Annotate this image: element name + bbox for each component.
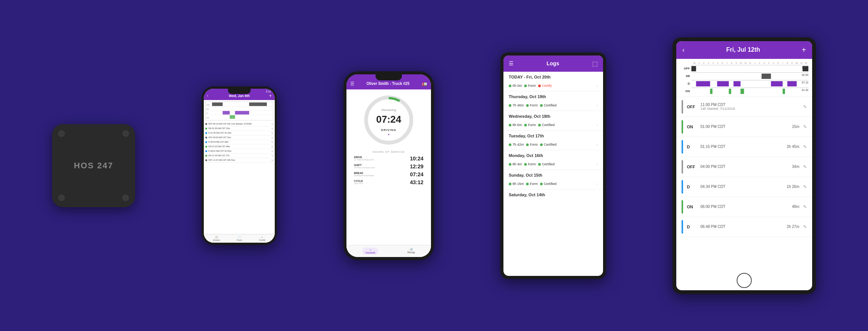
logs-wednesday-row[interactable]: 8h 6m Form Certified › [503, 120, 603, 131]
svg-rect-8 [223, 111, 230, 114]
svg-rect-11 [249, 102, 267, 106]
tablet-logs-device: ☰ Logs ⬚ TODAY - Fri, Oct 20th 0h 0m [500, 52, 606, 279]
screw-bl [58, 194, 65, 201]
svg-rect-23 [729, 89, 731, 94]
detail-log-off-2: OFF 04:00 PM CDT 34m ✎ [676, 157, 812, 177]
phone2-time: 07:24 [376, 114, 402, 125]
svg-text:SB: SB [206, 108, 209, 110]
detail-started-1: 14h Started: 7/11/2019 [700, 107, 803, 111]
logs-chevron-icon: › [597, 123, 598, 127]
log-certified-badge: Certified [540, 182, 557, 186]
phone1-events-tab[interactable]: 📋Events [213, 236, 220, 241]
phone1-dot-off [205, 123, 207, 125]
phone1-certify-tab[interactable]: ✓Certify [259, 236, 265, 241]
tablet-logs-copy-icon[interactable]: ⬚ [592, 60, 598, 67]
logs-sunday-section: Sunday, Oct 15th 8h 15m Form [503, 170, 603, 189]
logs-chevron-icon: › [597, 84, 598, 88]
screw-tl [58, 130, 65, 137]
phone1-dot-on [205, 128, 207, 129]
detail-duration-3: 2h 45m [787, 145, 799, 149]
phone2-truck-icon: 🚛 [422, 81, 427, 86]
phone2-hos-shift-value: 12:29 [410, 163, 423, 169]
detail-indicator-off [682, 100, 683, 114]
phone2-hos-drive-label: DRIVE [354, 156, 374, 159]
phone2-hos-drive-value: 10:24 [410, 155, 423, 162]
phone1-add-button[interactable]: + [269, 93, 272, 99]
phone1-dot-drive [205, 150, 207, 152]
tablet-home-button[interactable] [737, 273, 752, 288]
logs-sunday-row[interactable]: 8h 15m Form Certified › [503, 179, 603, 189]
detail-indicator-on [682, 120, 683, 134]
detail-edit-7[interactable]: ✎ [803, 224, 807, 229]
detail-indicator-off2 [682, 160, 683, 174]
tablet-detail-add-button[interactable]: + [802, 46, 806, 54]
detail-edit-5[interactable]: ✎ [803, 184, 807, 189]
phone2-menu-icon[interactable]: ☰ [350, 81, 354, 86]
logs-monday-row[interactable]: 8h 4m Form Certified › [503, 159, 603, 170]
svg-rect-24 [740, 89, 744, 94]
log-certified-badge: Certified [538, 162, 555, 166]
phone1-dot-on [205, 146, 207, 148]
phone1-log-row: ON 11:30 AM CST 17h ✎ [205, 154, 273, 158]
svg-rect-16 [762, 74, 771, 79]
phone1-form-tab[interactable]: 📄Form [237, 236, 242, 241]
phone1-log-row: ON 01:30 AM CST 15m ✎ [205, 126, 273, 131]
detail-edit-6[interactable]: ✎ [803, 204, 807, 209]
phone1-title: Wed, Jan 8th [229, 94, 249, 98]
svg-rect-19 [734, 81, 741, 86]
log-certified-badge: Certified [540, 143, 557, 146]
detail-duration-5: 1h 26m [787, 185, 799, 189]
log-time-badge: 8h 15m [509, 182, 524, 186]
phone2-hos-title: HOURS OF SERVICE [354, 151, 423, 153]
screw-br [122, 194, 129, 201]
logs-monday-header: Monday, Oct 16th [503, 150, 603, 159]
phone2-chevron-icon[interactable]: ▾ [388, 133, 389, 136]
detail-status-on: ON [687, 125, 700, 129]
log-form-badge: Form [524, 84, 536, 88]
phone1-footer: 📋Events 📄Form ✓Certify [204, 234, 275, 243]
logs-chevron-icon: › [597, 162, 598, 166]
log-certified-badge: Certified [538, 123, 555, 127]
detail-edit-3[interactable]: ✎ [803, 144, 807, 149]
graph-axis-header: M 1 2 3 4 5 6 7 8 9 10 11 N 1 2 3 4 [680, 62, 808, 64]
log-time-badge: 7h 42m [509, 143, 524, 146]
tablet-logs-title: Logs [546, 60, 559, 66]
tablet-detail-graph: M 1 2 3 4 5 6 7 8 9 10 11 N 1 2 3 4 [676, 59, 812, 97]
phone2-hos-break-value: 07:24 [410, 171, 423, 177]
phone2-hos-break-sublabel: 30 Minute Rest Break [354, 174, 374, 177]
tablet-logs-menu-icon[interactable]: ☰ [509, 60, 514, 66]
logs-sunday-header: Sunday, Oct 15th [503, 170, 603, 179]
main-scene: HOS 247 ‹ Wed, Jan 8th + 5:31 [19, 15, 849, 317]
detail-status-on2: ON [687, 205, 700, 209]
logs-monday-section: Monday, Oct 16th 8h 4m Form [503, 150, 603, 170]
graph-sb-row: SB 02.00 [680, 72, 808, 80]
phone2-recap-tab[interactable]: 📊Recap [407, 248, 415, 255]
tablet-detail-back-button[interactable]: ‹ [682, 46, 685, 54]
phone2-hos-section: HOURS OF SERVICE DRIVE 11-Hour Driving L… [350, 151, 427, 187]
detail-edit-1[interactable]: ✎ [803, 104, 807, 109]
logs-tuesday-row[interactable]: 7h 42m Form Certified › [503, 140, 603, 150]
graph-off-row: OFF 13.57 [680, 65, 808, 72]
detail-status-off2: OFF [687, 165, 700, 169]
phone1-back-button[interactable]: ‹ [207, 94, 208, 98]
phone1-log-row: OFF 05:13 AM CST 22h 11m Started: 1/7/20… [205, 122, 273, 126]
phone2-home-tab[interactable]: ⌂Homedir [362, 248, 378, 255]
log-time-badge: 8h 4m [509, 162, 522, 166]
detail-time-4: 04:00 PM CDT [700, 165, 792, 169]
detail-log-off-1: OFF 11:00 PM CDT 14h Started: 7/11/2019 … [676, 97, 812, 117]
detail-time-7: 06:48 PM CDT [700, 225, 787, 229]
logs-wednesday-header: Wednesday, Oct 18th [503, 111, 603, 120]
device-label: HOS 247 [74, 161, 114, 171]
graph-on-row: ON 01.32 [680, 88, 808, 95]
svg-rect-18 [717, 81, 729, 86]
phone1-content: OFF SB D ON OFF 05:13 AM C [204, 100, 275, 234]
detail-edit-4[interactable]: ✎ [803, 164, 807, 169]
detail-log-on-2: ON 06:00 PM CDT 48m ✎ [676, 197, 812, 217]
detail-status-d3: D [687, 225, 700, 229]
logs-thursday-row[interactable]: 7h 46m Form Certified › [503, 100, 603, 111]
svg-text:ON: ON [206, 117, 209, 119]
phone2-screen: ☰ Oliver Smith - Truck #25 🚛 Remaining 0… [346, 74, 431, 257]
logs-today-row[interactable]: 0h 0m Form Certify › [503, 81, 603, 91]
detail-edit-2[interactable]: ✎ [803, 124, 807, 129]
phone1-log-row: D 01:45 AM CST 4h 18m ✎ [205, 131, 273, 135]
